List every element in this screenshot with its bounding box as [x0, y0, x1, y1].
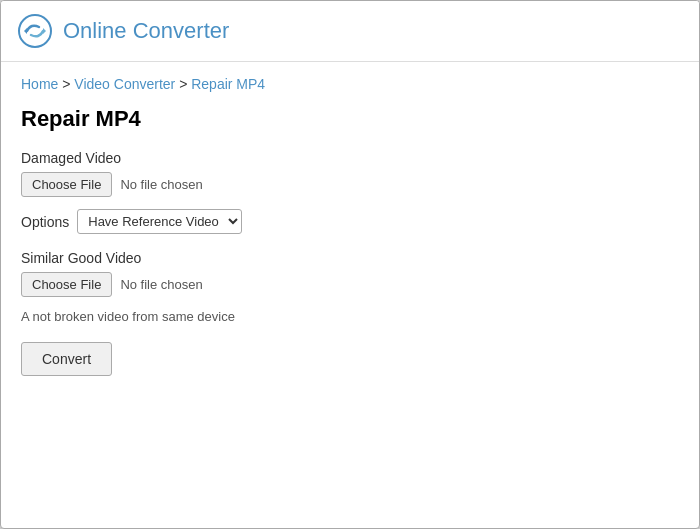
- breadcrumb-video-converter[interactable]: Video Converter: [74, 76, 175, 92]
- convert-button[interactable]: Convert: [21, 342, 112, 376]
- breadcrumb-sep1: >: [58, 76, 74, 92]
- no-file-text-2: No file chosen: [120, 277, 202, 292]
- choose-file-button-1[interactable]: Choose File: [21, 172, 112, 197]
- breadcrumb-sep2: >: [175, 76, 191, 92]
- similar-video-input-row: Choose File No file chosen: [21, 272, 679, 297]
- page-title: Repair MP4: [21, 106, 679, 132]
- logo-icon: [17, 13, 53, 49]
- similar-video-label: Similar Good Video: [21, 250, 679, 266]
- header: Online Converter: [1, 1, 699, 62]
- no-file-text-1: No file chosen: [120, 177, 202, 192]
- breadcrumb: Home > Video Converter > Repair MP4: [21, 76, 679, 92]
- choose-file-button-2[interactable]: Choose File: [21, 272, 112, 297]
- damaged-video-label: Damaged Video: [21, 150, 679, 166]
- helper-text: A not broken video from same device: [21, 309, 679, 324]
- svg-marker-1: [24, 28, 27, 34]
- logo-text: Online Converter: [63, 18, 229, 44]
- app-window: Online Converter Home > Video Converter …: [0, 0, 700, 529]
- breadcrumb-current[interactable]: Repair MP4: [191, 76, 265, 92]
- options-label: Options: [21, 214, 69, 230]
- options-select[interactable]: Have Reference Video No Reference Video: [77, 209, 242, 234]
- options-row: Options Have Reference Video No Referenc…: [21, 209, 679, 234]
- svg-point-0: [19, 15, 51, 47]
- svg-marker-2: [43, 28, 46, 34]
- breadcrumb-home[interactable]: Home: [21, 76, 58, 92]
- damaged-video-input-row: Choose File No file chosen: [21, 172, 679, 197]
- main-content: Home > Video Converter > Repair MP4 Repa…: [1, 62, 699, 528]
